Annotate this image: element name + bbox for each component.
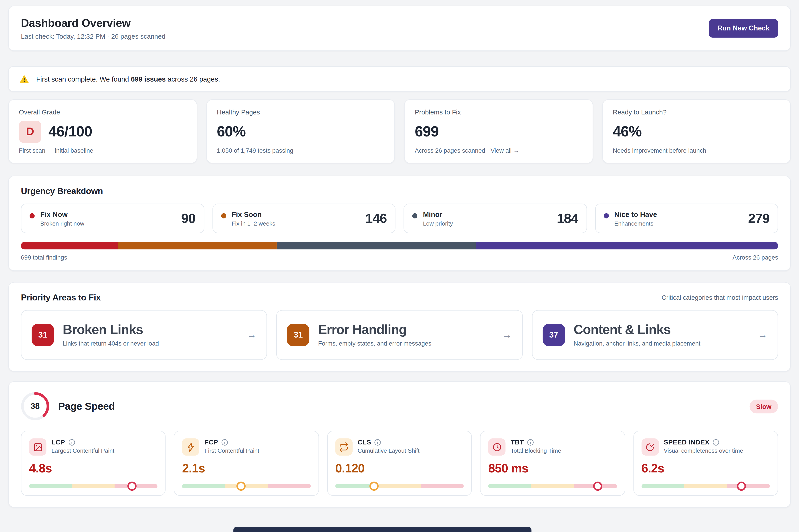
arrow-right-icon[interactable]: → bbox=[502, 329, 512, 340]
bar-segment-minor bbox=[276, 242, 476, 249]
bar-segment-nice-to-have bbox=[476, 242, 778, 249]
arrow-right-icon[interactable]: → bbox=[247, 329, 257, 340]
stat-value: 46/100 bbox=[49, 123, 92, 140]
priority-card-error-handling[interactable]: 31 Error Handling Forms, empty states, a… bbox=[276, 310, 523, 360]
arrow-right-icon[interactable]: → bbox=[758, 329, 767, 340]
count-badge: 31 bbox=[287, 324, 309, 346]
metric-card-cls: CLS Cumulative Layout Shift 0.120 bbox=[327, 431, 472, 496]
priority-card-title: Broken Links bbox=[63, 323, 159, 337]
stat-cards-row: Overall Grade D 46/100 First scan — init… bbox=[8, 99, 791, 164]
grade-badge: D bbox=[19, 120, 41, 143]
stat-value: 699 bbox=[415, 123, 582, 140]
priority-title: Priority Areas to Fix bbox=[21, 293, 101, 303]
speedometer-icon bbox=[641, 438, 659, 456]
slider-marker[interactable] bbox=[237, 481, 246, 491]
across-pages-label: Across 26 pages bbox=[732, 254, 778, 261]
metric-slider[interactable] bbox=[29, 484, 158, 488]
metric-value: 850 ms bbox=[488, 461, 617, 475]
slider-marker[interactable] bbox=[737, 481, 746, 491]
speed-score-gauge: 38 bbox=[21, 392, 49, 420]
urgency-sublabel: Low priority bbox=[423, 221, 453, 226]
urgency-tile-minor: MinorLow priority 184 bbox=[403, 204, 587, 233]
priority-card-subtitle: Forms, empty states, and error messages bbox=[318, 340, 431, 347]
stat-card-ready-to-launch: Ready to Launch? 46% Needs improvement b… bbox=[602, 99, 791, 164]
priority-note: Critical categories that most impact use… bbox=[661, 294, 778, 301]
page-title: Dashboard Overview bbox=[21, 16, 165, 30]
metric-value: 0.120 bbox=[335, 461, 464, 475]
scan-complete-alert: First scan complete. We found 699 issues… bbox=[8, 66, 791, 92]
slider-marker[interactable] bbox=[369, 481, 378, 491]
info-icon[interactable] bbox=[527, 439, 534, 446]
stat-card-healthy-pages: Healthy Pages 60% 1,050 of 1,749 tests p… bbox=[206, 99, 395, 164]
last-check-subtitle: Last check: Today, 12:32 PM · 26 pages s… bbox=[21, 32, 165, 40]
speed-status-badge: Slow bbox=[749, 399, 778, 413]
priority-areas-section: Priority Areas to Fix Critical categorie… bbox=[8, 282, 791, 372]
metric-slider[interactable] bbox=[182, 484, 311, 488]
metric-value: 2.1s bbox=[182, 461, 311, 475]
metric-card-fcp: FCP First Contentful Paint 2.1s bbox=[174, 431, 319, 496]
urgency-count: 279 bbox=[748, 210, 769, 226]
bar-segment-fix-soon bbox=[118, 242, 276, 249]
stat-value: 46% bbox=[613, 123, 780, 140]
priority-card-subtitle: Links that return 404s or never load bbox=[63, 340, 159, 347]
stat-label: Problems to Fix bbox=[415, 109, 582, 116]
priority-card-title: Error Handling bbox=[318, 323, 431, 337]
metric-value: 6.2s bbox=[641, 461, 770, 475]
metric-name: Total Blocking Time bbox=[511, 448, 561, 454]
bar-segment-fix-now bbox=[21, 242, 118, 249]
metric-card-speed-index: SPEED INDEX Visual completeness over tim… bbox=[633, 431, 778, 496]
priority-cards-row: 31 Broken Links Links that return 404s o… bbox=[21, 310, 778, 360]
urgency-label: Nice to Have bbox=[614, 210, 657, 218]
slider-marker[interactable] bbox=[127, 481, 137, 491]
info-icon[interactable] bbox=[221, 439, 228, 446]
metric-slider[interactable] bbox=[488, 484, 617, 488]
info-icon[interactable] bbox=[712, 439, 720, 446]
priority-card-title: Content & Links bbox=[574, 323, 701, 337]
minor-dot-icon bbox=[412, 213, 417, 218]
count-badge: 31 bbox=[32, 324, 54, 346]
urgency-stacked-bar bbox=[21, 242, 778, 249]
urgency-tile-fix-soon: Fix SoonFix in 1–2 weeks 146 bbox=[212, 204, 396, 233]
stat-caption: Needs improvement before launch bbox=[613, 147, 780, 154]
priority-card-subtitle: Navigation, anchor links, and media plac… bbox=[574, 340, 701, 347]
run-new-check-button[interactable]: Run New Check bbox=[709, 19, 778, 38]
count-badge: 37 bbox=[543, 324, 565, 346]
fix-soon-dot-icon bbox=[221, 213, 226, 218]
urgency-title: Urgency Breakdown bbox=[21, 186, 778, 196]
metric-name: Cumulative Layout Shift bbox=[358, 448, 419, 454]
metric-abbr: TBT bbox=[511, 438, 524, 446]
slider-marker[interactable] bbox=[593, 481, 602, 491]
urgency-sublabel: Broken right now bbox=[40, 221, 84, 226]
page-speed-section: 38 Page Speed Slow LCP Largest Contentfu bbox=[8, 381, 791, 508]
metric-value: 4.8s bbox=[29, 461, 158, 475]
urgency-sublabel: Fix in 1–2 weeks bbox=[232, 221, 275, 226]
priority-card-broken-links[interactable]: 31 Broken Links Links that return 404s o… bbox=[21, 310, 267, 360]
stat-caption: First scan — initial baseline bbox=[19, 147, 186, 154]
repeat-icon bbox=[335, 438, 352, 456]
info-icon[interactable] bbox=[68, 439, 75, 446]
stat-label: Overall Grade bbox=[19, 109, 186, 116]
urgency-label: Minor bbox=[423, 210, 453, 218]
total-findings-label: 699 total findings bbox=[21, 254, 67, 261]
metric-card-tbt: TBT Total Blocking Time 850 ms bbox=[480, 431, 625, 496]
speed-metrics-row: LCP Largest Contentful Paint 4.8s bbox=[21, 431, 778, 496]
urgency-count: 184 bbox=[557, 210, 578, 226]
metric-abbr: CLS bbox=[358, 438, 371, 446]
nice-to-have-dot-icon bbox=[603, 213, 609, 218]
stat-caption: 1,050 of 1,749 tests passing bbox=[217, 147, 384, 154]
urgency-label: Fix Soon bbox=[232, 210, 275, 218]
bolt-icon bbox=[182, 438, 200, 456]
info-icon[interactable] bbox=[374, 439, 381, 446]
view-all-link[interactable]: View all → bbox=[491, 147, 520, 154]
warning-icon bbox=[19, 74, 30, 84]
alert-text: First scan complete. We found 699 issues… bbox=[36, 75, 220, 83]
priority-card-content-links[interactable]: 37 Content & Links Navigation, anchor li… bbox=[532, 310, 778, 360]
metric-name: Largest Contentful Paint bbox=[51, 448, 114, 454]
page-speed-title: Page Speed bbox=[58, 400, 115, 412]
metric-slider[interactable] bbox=[641, 484, 770, 488]
metric-name: First Contentful Paint bbox=[205, 448, 259, 454]
stat-value: 60% bbox=[217, 123, 384, 140]
stat-card-problems-to-fix: Problems to Fix 699 Across 26 pages scan… bbox=[404, 99, 593, 164]
speed-score: 38 bbox=[21, 392, 49, 420]
metric-slider[interactable] bbox=[335, 484, 464, 488]
